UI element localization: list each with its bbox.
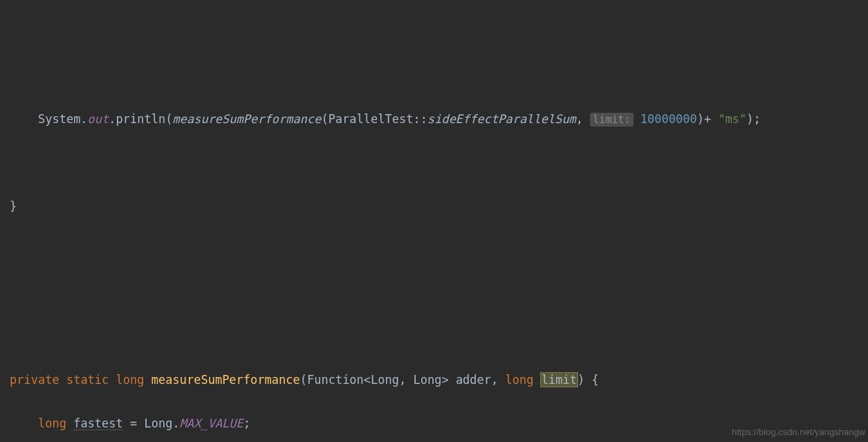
method-ref: sideEffectParallelSum <box>427 112 576 126</box>
code-text: (Function<Long, Long> adder, <box>300 373 506 387</box>
code-editor[interactable]: System.out.println(measureSumPerformance… <box>0 87 868 442</box>
method-declaration: measureSumPerformance <box>151 373 300 387</box>
code-text: (ParallelTest:: <box>321 112 427 126</box>
watermark: https://blog.csdn.net/yangshangw <box>732 424 865 441</box>
code-line: private static long measureSumPerformanc… <box>0 369 868 391</box>
code-text: )+ <box>697 112 719 126</box>
search-match: limit <box>540 372 578 387</box>
keyword: long <box>38 416 66 430</box>
code-text: , <box>576 112 590 126</box>
code-line: } <box>0 196 868 217</box>
code-text: ; <box>243 416 250 430</box>
keyword: long <box>116 373 145 387</box>
keyword: private <box>10 373 59 387</box>
indent <box>10 416 38 430</box>
code-line <box>0 326 868 348</box>
code-line <box>0 239 868 261</box>
number-literal: 10000000 <box>640 112 697 126</box>
method-call: measureSumPerformance <box>172 112 321 126</box>
constant: MAX_VALUE <box>180 416 243 430</box>
indent <box>10 112 38 126</box>
code-text: .println( <box>109 112 172 126</box>
code-text: System. <box>38 112 88 126</box>
code-line: System.out.println(measureSumPerformance… <box>0 109 868 130</box>
code-text: = Long. <box>123 416 180 430</box>
static-field: out <box>88 112 109 126</box>
keyword: static <box>66 373 109 387</box>
code-text: ) { <box>578 373 599 387</box>
brace: } <box>10 199 17 213</box>
parameter-hint: limit: <box>590 113 633 127</box>
code-text: ); <box>746 112 760 126</box>
variable: fastest <box>73 416 123 430</box>
code-line <box>0 152 868 174</box>
string-literal: "ms" <box>718 112 746 126</box>
code-line <box>0 283 868 304</box>
code-text <box>66 416 73 430</box>
code-text <box>634 112 640 126</box>
keyword: long <box>506 373 534 387</box>
